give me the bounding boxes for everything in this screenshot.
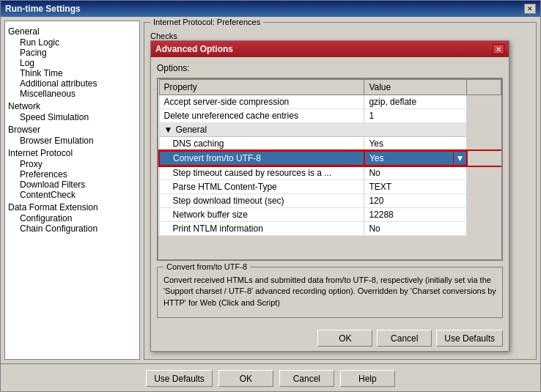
scroll-cell [467, 137, 501, 152]
dialog-use-defaults-button[interactable]: Use Defaults [436, 330, 503, 347]
property-cell: Delete unreferenced cache entries [159, 109, 364, 123]
dialog-content: Options: Property Value Accept server-si… [151, 57, 509, 324]
description-text: Convert received HTMLs and submitted dat… [163, 272, 496, 308]
sidebar-item-pacing[interactable]: Pacing [8, 48, 136, 58]
property-cell: Network buffer size [159, 208, 364, 222]
sidebar-item-data-format-extension[interactable]: Data Format Extension [8, 200, 136, 213]
value-cell: 1 [364, 109, 467, 123]
outer-window-title: Run-time Settings [5, 4, 81, 14]
sidebar-item-download-filters[interactable]: Download Filters [8, 180, 136, 190]
table-row-selected[interactable]: Convert from/to UTF-8 Yes ▼ [159, 151, 501, 166]
section-cell: ▼General [159, 123, 467, 137]
scroll-cell [467, 166, 501, 180]
scroll-cell [467, 123, 501, 137]
property-column-header: Property [159, 80, 364, 95]
outer-cancel-button[interactable]: Cancel [279, 370, 334, 387]
dialog-titlebar: Advanced Options ✕ [151, 41, 509, 57]
table-row[interactable]: Delete unreferenced cache entries 1 [159, 109, 501, 123]
table-row[interactable]: Step timeout caused by resources is a ..… [159, 166, 501, 180]
sidebar-item-internet-protocol[interactable]: Internet Protocol [8, 146, 136, 159]
sidebar-item-preferences[interactable]: Preferences [8, 169, 136, 180]
sidebar-item-log[interactable]: Log [8, 58, 136, 68]
value-cell: No [364, 166, 467, 180]
properties-table: Property Value Accept server-side compre… [158, 79, 501, 236]
outer-use-defaults-button[interactable]: Use Defaults [146, 370, 213, 387]
scroll-cell [467, 95, 501, 109]
property-cell: DNS caching [159, 137, 364, 152]
dialog-buttons: OK Cancel Use Defaults [151, 324, 509, 351]
dialog-ok-button[interactable]: OK [317, 330, 372, 347]
dialog-cancel-button[interactable]: Cancel [377, 330, 432, 347]
tree-panel: General Run Logic Pacing Log Think Time … [4, 21, 140, 360]
table-row[interactable]: DNS caching Yes [159, 137, 501, 152]
outer-bottom-bar: Use Defaults OK Cancel Help [1, 363, 540, 392]
table-row[interactable]: Step download timeout (sec) 120 [159, 194, 501, 208]
outer-help-button[interactable]: Help [340, 370, 395, 387]
outer-ok-button[interactable]: OK [218, 370, 273, 387]
property-cell-selected: Convert from/to UTF-8 [159, 151, 364, 166]
value-cell: No [364, 222, 467, 236]
value-cell: 12288 [364, 208, 467, 222]
property-cell: Step download timeout (sec) [159, 194, 364, 208]
value-cell: 120 [364, 194, 467, 208]
property-cell: Print NTLM information [159, 222, 364, 236]
sidebar-item-proxy[interactable]: Proxy [8, 159, 136, 169]
outer-titlebar: Run-time Settings ✕ [1, 1, 540, 17]
outer-titlebar-controls: ✕ [524, 4, 536, 14]
property-cell: Parse HTML Content-Type [159, 180, 364, 194]
table-row[interactable]: Accept server-side compression gzip, def… [159, 95, 501, 109]
sidebar-item-think-time[interactable]: Think Time [8, 68, 136, 78]
scroll-cell [467, 222, 501, 236]
sidebar-item-contentcheck[interactable]: ContentCheck [8, 190, 136, 200]
property-cell: Step timeout caused by resources is a ..… [159, 166, 364, 180]
value-cell: TEXT [364, 180, 467, 194]
advanced-options-dialog: Advanced Options ✕ Options: Property Val… [150, 40, 509, 352]
property-cell: Accept server-side compression [159, 95, 364, 109]
value-cell: gzip, deflate [364, 95, 467, 109]
sidebar-item-run-logic[interactable]: Run Logic [8, 37, 136, 48]
scroll-cell [467, 208, 501, 222]
table-section-row: ▼General [159, 123, 501, 137]
outer-close-button[interactable]: ✕ [524, 4, 536, 14]
value-column-header: Value [364, 80, 467, 95]
table-row[interactable]: Parse HTML Content-Type TEXT [159, 180, 501, 194]
table-header-row: Property Value [159, 80, 501, 95]
sidebar-item-general[interactable]: General [8, 24, 136, 37]
sidebar-item-browser-emulation[interactable]: Browser Emulation [8, 136, 136, 146]
scroll-cell [467, 194, 501, 208]
sidebar-item-miscellaneous[interactable]: Miscellaneous [8, 89, 136, 99]
value-cell: Yes [364, 137, 467, 152]
table-row[interactable]: Print NTLM information No [159, 222, 501, 236]
description-group: Convert from/to UTF-8 Convert received H… [157, 267, 503, 318]
sidebar-item-network[interactable]: Network [8, 99, 136, 112]
sidebar-item-chain-configuration[interactable]: Chain Configuration [8, 223, 136, 234]
table-row[interactable]: Network buffer size 12288 [159, 208, 501, 222]
right-group-title: Internet Protocol: Preferences [150, 18, 263, 26]
value-cell-selected: Yes ▼ [364, 151, 467, 166]
scroll-cell [467, 180, 501, 194]
dialog-title: Advanced Options [155, 44, 233, 54]
checks-label: Checks [150, 32, 530, 40]
dialog-close-button[interactable]: ✕ [493, 44, 504, 54]
scroll-header [467, 80, 501, 95]
dropdown-arrow-icon[interactable]: ▼ [453, 152, 466, 165]
sidebar-item-configuration[interactable]: Configuration [8, 213, 136, 223]
scroll-cell [467, 151, 501, 166]
description-group-title: Convert from/to UTF-8 [163, 262, 250, 271]
sidebar-item-speed-simulation[interactable]: Speed Simulation [8, 112, 136, 122]
properties-table-container[interactable]: Property Value Accept server-side compre… [157, 78, 503, 261]
table-body: Accept server-side compression gzip, def… [159, 95, 501, 236]
options-label: Options: [157, 63, 503, 73]
sidebar-item-additional-attributes[interactable]: Additional attributes [8, 78, 136, 89]
sidebar-item-browser[interactable]: Browser [8, 122, 136, 136]
scroll-cell [467, 109, 501, 123]
